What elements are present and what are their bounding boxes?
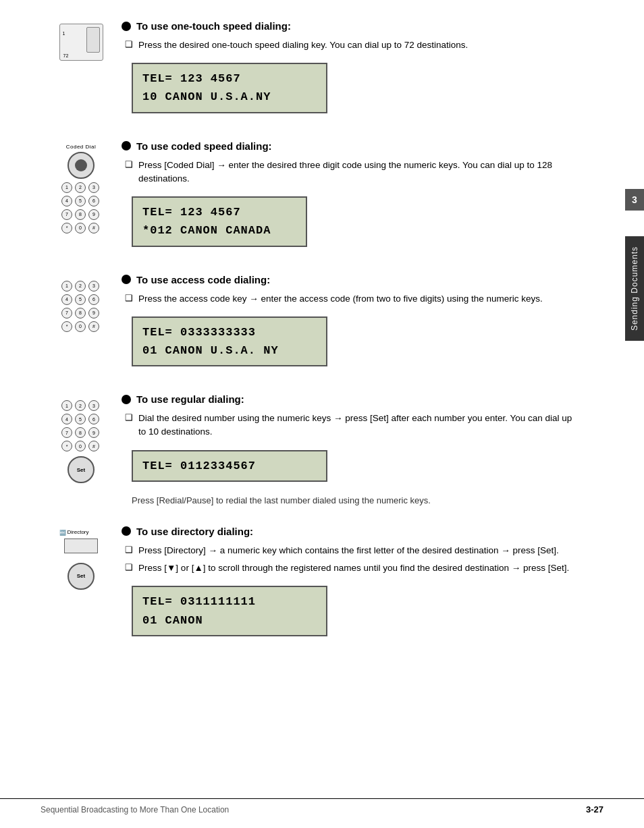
numpad-key-hash: #	[88, 223, 99, 233]
section-regular: 1 2 3 4 5 6 7 8 9 * 0 # Set	[41, 393, 576, 505]
directory-text-2: Press [▼] or [▲] to scroll through the r…	[138, 561, 569, 575]
redial-note: Press [Redial/Pause] to redial the last …	[132, 495, 576, 505]
access-code-device-image: 1 2 3 4 5 6 7 8 9 * 0 #	[41, 274, 122, 374]
one-touch-text: Press the desired one-touch speed dialin…	[138, 38, 468, 52]
regular-device-image: 1 2 3 4 5 6 7 8 9 * 0 # Set	[41, 393, 122, 505]
directory-content: To use directory dialing: ❑ Press [Direc…	[122, 526, 576, 643]
one-touch-content: To use one-touch speed dialing: ❑ Press …	[122, 20, 576, 120]
main-content: 1 72 To use one-touch speed dialing: ❑ P…	[41, 20, 603, 643]
lcd-display-directory: TEL= 0311111111 01 CANON	[132, 586, 327, 636]
numpad-key-6: 6	[88, 196, 99, 206]
checkbox-icon-2: ❑	[125, 159, 133, 186]
numpad-reg-9: 9	[88, 427, 99, 438]
numpad-reg-1: 1	[61, 400, 72, 411]
page-footer: Sequential Broadcasting to More Than One…	[0, 798, 644, 815]
regular-sub-item: ❑ Dial the desired number using the nume…	[125, 412, 576, 439]
numpad-access-9: 9	[88, 308, 99, 319]
bullet-coded-speed	[122, 141, 131, 150]
coded-dial-circle	[68, 152, 95, 179]
key-number-72: 72	[63, 53, 69, 58]
coded-speed-sub-item: ❑ Press [Coded Dial] → enter the desired…	[125, 159, 576, 186]
lcd-line2-directory: 01 CANON	[142, 611, 317, 630]
lcd-line1-directory: TEL= 0311111111	[142, 592, 317, 611]
section-directory: 🔤 Directory Set To use directory dialing…	[41, 526, 576, 643]
numpad-access-8: 8	[75, 308, 86, 319]
footer-left-text: Sequential Broadcasting to More Than One…	[41, 805, 229, 815]
bullet-regular	[122, 395, 131, 404]
numpad-reg-5: 5	[75, 414, 86, 424]
numpad-regular: 1 2 3 4 5 6 7 8 9 * 0 #	[61, 400, 101, 453]
directory-rect	[64, 539, 98, 553]
bullet-access-code	[122, 275, 131, 284]
directory-text-1: Press [Directory] → a numeric key which …	[138, 544, 559, 557]
directory-device-image: 🔤 Directory Set	[41, 526, 122, 643]
bullet-directory	[122, 526, 131, 536]
chapter-number: 3	[625, 189, 644, 211]
set-button-illustration: Set	[68, 456, 95, 483]
one-touch-device-image: 1 72	[41, 20, 122, 120]
access-code-content: To use access code dialing: ❑ Press the …	[122, 274, 576, 374]
numpad-access-2: 2	[75, 281, 86, 292]
key-number-1: 1	[63, 31, 65, 36]
numpad-reg-6: 6	[88, 414, 99, 424]
coded-speed-heading: To use coded speed dialing:	[122, 140, 576, 152]
numpad-access: 1 2 3 4 5 6 7 8 9 * 0 #	[61, 281, 101, 333]
lcd-display-access-code: TEL= 0333333333 01 CANON U.S.A. NY	[132, 316, 327, 366]
lcd-line2-access: 01 CANON U.S.A. NY	[142, 341, 317, 360]
lcd-display-coded-speed: TEL= 123 4567 *012 CANON CANADA	[132, 196, 307, 246]
numpad-key-4: 4	[61, 196, 72, 206]
numpad-access-6: 6	[88, 294, 99, 305]
access-code-sub-item: ❑ Press the access code key → enter the …	[125, 292, 576, 306]
numpad-access-7: 7	[61, 308, 72, 319]
numpad-key-3: 3	[88, 182, 99, 193]
numpad-access-5: 5	[75, 294, 86, 305]
numpad-key-2: 2	[75, 182, 86, 193]
coded-dial-device-image: Coded Dial 1 2 3 4 5 6 7 8 9 *	[41, 140, 122, 254]
coded-speed-content: To use coded speed dialing: ❑ Press [Cod…	[122, 140, 576, 254]
access-code-heading: To use access code dialing:	[122, 274, 576, 285]
lcd-display-regular: TEL= 0112334567	[132, 450, 327, 482]
lcd-line2-one-touch: 10 CANON U.S.A.NY	[142, 88, 317, 106]
numpad-reg-0: 0	[75, 441, 86, 451]
regular-text: Dial the desired number using the numeri…	[138, 412, 576, 439]
page-container: 3 Sending Documents 1 72 To use one-touc…	[0, 0, 644, 828]
numpad-reg-7: 7	[61, 427, 72, 438]
section-access-code: 1 2 3 4 5 6 7 8 9 * 0 # To use access	[41, 274, 576, 374]
numpad-coded: 1 2 3 4 5 6 7 8 9 * 0 #	[61, 182, 101, 235]
directory-label-text: Directory	[68, 529, 89, 535]
numpad-access-3: 3	[88, 281, 99, 292]
numpad-reg-2: 2	[75, 400, 86, 411]
coded-dial-label-text: Coded Dial	[59, 144, 103, 150]
numpad-access-0: 0	[75, 321, 86, 332]
checkbox-icon-6: ❑	[125, 562, 133, 575]
directory-heading: To use directory dialing:	[122, 526, 576, 537]
lcd-line1-one-touch: TEL= 123 4567	[142, 70, 317, 88]
regular-content: To use regular dialing: ❑ Dial the desir…	[122, 393, 576, 505]
numpad-key-5: 5	[75, 196, 86, 206]
numpad-access-4: 4	[61, 294, 72, 305]
numpad-key-1: 1	[61, 182, 72, 193]
directory-sub-item-1: ❑ Press [Directory] → a numeric key whic…	[125, 544, 576, 557]
coded-dial-button-illustration: Coded Dial	[59, 144, 103, 179]
lcd-display-one-touch: TEL= 123 4567 10 CANON U.S.A.NY	[132, 63, 327, 113]
numpad-key-8: 8	[75, 209, 86, 220]
directory-label-row: 🔤 Directory	[59, 529, 103, 537]
checkbox-icon-5: ❑	[125, 545, 133, 557]
lcd-line1-coded: TEL= 123 4567	[142, 203, 296, 221]
numpad-reg-3: 3	[88, 400, 99, 411]
directory-set-button-illustration: Set	[68, 563, 95, 590]
lcd-line1-regular: TEL= 0112334567	[142, 457, 317, 475]
coded-dial-inner	[75, 159, 87, 171]
bullet-one-touch	[122, 22, 131, 31]
key-body	[86, 27, 100, 53]
section-one-touch: 1 72 To use one-touch speed dialing: ❑ P…	[41, 20, 576, 120]
numpad-reg-star: *	[61, 441, 72, 451]
checkbox-icon-3: ❑	[125, 293, 133, 306]
access-code-text: Press the access code key → enter the ac…	[138, 292, 543, 306]
lcd-line2-coded: *012 CANON CANADA	[142, 221, 296, 240]
numpad-reg-4: 4	[61, 414, 72, 424]
one-touch-sub-item: ❑ Press the desired one-touch speed dial…	[125, 38, 576, 52]
numpad-key-0: 0	[75, 223, 86, 233]
numpad-key-7: 7	[61, 209, 72, 220]
numpad-key-9: 9	[88, 209, 99, 220]
